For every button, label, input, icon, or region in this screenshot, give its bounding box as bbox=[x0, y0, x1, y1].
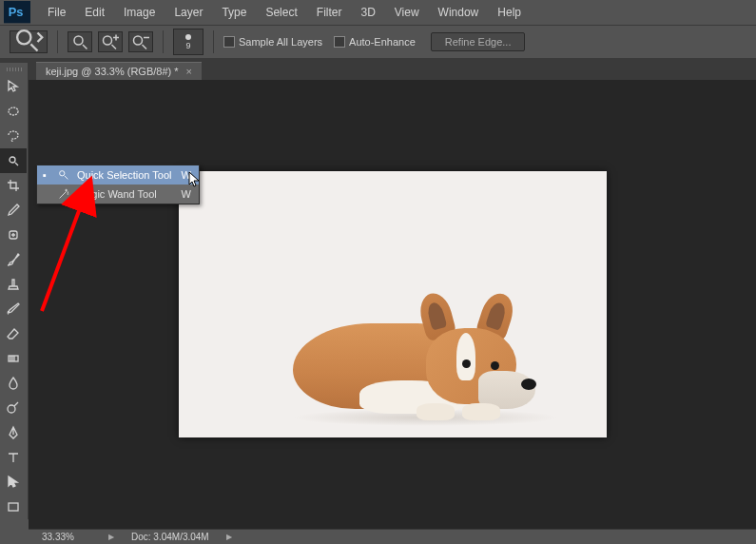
svg-point-10 bbox=[8, 405, 15, 413]
healing-brush-tool[interactable] bbox=[0, 223, 27, 247]
path-selection-tool[interactable] bbox=[0, 470, 27, 495]
canvas-area[interactable] bbox=[29, 80, 756, 529]
refine-edge-button[interactable]: Refine Edge... bbox=[431, 32, 526, 51]
zoom-level[interactable]: 33.33% bbox=[42, 532, 91, 542]
pen-tool[interactable] bbox=[0, 420, 27, 445]
menu-select[interactable]: Select bbox=[256, 6, 306, 19]
new-selection-button[interactable] bbox=[68, 31, 92, 52]
menu-layer[interactable]: Layer bbox=[165, 6, 212, 19]
menu-edit[interactable]: Edit bbox=[75, 6, 114, 19]
eraser-tool[interactable] bbox=[0, 321, 27, 346]
close-tab-icon[interactable]: × bbox=[186, 66, 192, 77]
lasso-tool[interactable] bbox=[0, 124, 27, 148]
brush-size-value: 9 bbox=[185, 42, 190, 50]
marquee-tool[interactable] bbox=[0, 99, 27, 124]
svg-point-12 bbox=[60, 171, 65, 176]
svg-point-5 bbox=[134, 36, 143, 45]
svg-point-3 bbox=[74, 36, 83, 45]
selected-indicator-icon: ▪ bbox=[43, 169, 50, 181]
quick-selection-icon bbox=[56, 168, 71, 182]
app-logo: Ps bbox=[4, 3, 30, 22]
mouse-cursor-icon bbox=[188, 171, 202, 188]
magic-wand-icon bbox=[56, 187, 71, 201]
brush-dot-icon bbox=[185, 34, 191, 40]
menu-filter[interactable]: Filter bbox=[307, 6, 352, 19]
menu-image[interactable]: Image bbox=[114, 6, 165, 19]
dodge-tool[interactable] bbox=[0, 396, 27, 420]
divider bbox=[163, 30, 164, 53]
svg-text:Ps: Ps bbox=[9, 6, 24, 20]
flyout-item-shortcut: W bbox=[178, 188, 191, 200]
svg-point-2 bbox=[17, 30, 30, 44]
document-tab[interactable]: keji.jpg @ 33.3% (RGB/8#) * × bbox=[36, 62, 202, 80]
flyout-quick-selection-tool[interactable]: ▪ Quick Selection Tool W bbox=[37, 165, 199, 185]
checkbox-icon bbox=[223, 36, 235, 48]
status-bar: 33.33% ▶ Doc: 3.04M/3.04M ▶ bbox=[29, 529, 756, 544]
flyout-item-label: Quick Selection Tool bbox=[77, 169, 172, 181]
crop-tool[interactable] bbox=[0, 173, 27, 198]
brush-tool[interactable] bbox=[0, 247, 27, 272]
toolbox bbox=[0, 63, 29, 519]
sample-all-layers-label: Sample All Layers bbox=[239, 36, 322, 48]
menu-help[interactable]: Help bbox=[488, 6, 531, 19]
divider bbox=[57, 30, 58, 53]
document-canvas[interactable] bbox=[179, 171, 607, 437]
auto-enhance-checkbox[interactable]: Auto-Enhance bbox=[334, 36, 416, 48]
checkbox-icon bbox=[334, 36, 345, 48]
quick-selection-tool[interactable] bbox=[0, 148, 27, 173]
tool-flyout-menu: ▪ Quick Selection Tool W Magic Wand Tool… bbox=[36, 165, 200, 204]
add-to-selection-button[interactable] bbox=[98, 31, 123, 52]
tool-preset-picker[interactable] bbox=[10, 30, 48, 53]
menu-view[interactable]: View bbox=[385, 6, 429, 19]
menu-file[interactable]: File bbox=[38, 6, 75, 19]
gradient-tool[interactable] bbox=[0, 346, 27, 371]
eyedropper-tool[interactable] bbox=[0, 198, 27, 223]
svg-point-6 bbox=[9, 107, 18, 115]
menu-type[interactable]: Type bbox=[212, 6, 256, 19]
image-content bbox=[293, 285, 559, 428]
svg-rect-11 bbox=[9, 503, 18, 511]
document-tab-bar: keji.jpg @ 33.3% (RGB/8#) * × bbox=[0, 59, 756, 80]
document-tab-title: keji.jpg @ 33.3% (RGB/8#) * bbox=[46, 66, 179, 77]
flyout-magic-wand-tool[interactable]: Magic Wand Tool W bbox=[37, 185, 199, 204]
sample-all-layers-checkbox[interactable]: Sample All Layers bbox=[223, 36, 322, 48]
move-tool[interactable] bbox=[0, 74, 27, 99]
rectangle-tool[interactable] bbox=[0, 495, 27, 519]
blur-tool[interactable] bbox=[0, 371, 27, 396]
status-flyout-icon[interactable]: ▶ bbox=[108, 533, 114, 541]
menu-window[interactable]: Window bbox=[429, 6, 489, 19]
type-tool[interactable] bbox=[0, 445, 27, 470]
doc-size[interactable]: Doc: 3.04M/3.04M bbox=[131, 532, 209, 542]
subtract-from-selection-button[interactable] bbox=[128, 31, 153, 52]
brush-picker[interactable]: 9 bbox=[173, 29, 204, 55]
clone-stamp-tool[interactable] bbox=[0, 272, 27, 297]
auto-enhance-label: Auto-Enhance bbox=[349, 36, 416, 48]
divider bbox=[213, 30, 214, 53]
svg-point-7 bbox=[10, 157, 15, 163]
menu-bar: Ps File Edit Image Layer Type Select Fil… bbox=[0, 0, 756, 25]
svg-point-4 bbox=[104, 36, 112, 45]
history-brush-tool[interactable] bbox=[0, 297, 27, 321]
toolbox-grip[interactable] bbox=[0, 65, 28, 74]
options-bar: 9 Sample All Layers Auto-Enhance Refine … bbox=[0, 25, 756, 59]
flyout-item-label: Magic Wand Tool bbox=[77, 188, 172, 200]
status-flyout-icon[interactable]: ▶ bbox=[226, 533, 232, 541]
menu-3d[interactable]: 3D bbox=[351, 6, 384, 19]
